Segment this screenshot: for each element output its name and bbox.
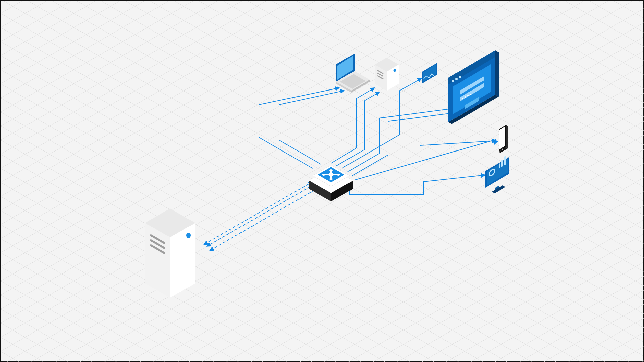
svg-line-206 [204,182,313,245]
svg-line-164 [1,337,644,362]
svg-marker-255 [495,50,499,97]
svg-line-134 [1,1,644,286]
svg-point-252 [467,95,469,96]
server-large-icon [145,208,195,298]
mobile-phone-icon [499,125,508,153]
svg-point-239 [394,69,396,72]
svg-line-47 [1,1,644,126]
edge-hub-server-large [204,182,319,251]
svg-line-114 [1,1,644,5]
edge-hub-phone [355,140,498,180]
svg-line-126 [1,1,644,174]
svg-point-250 [462,98,463,99]
svg-rect-226 [330,170,332,179]
svg-line-152 [1,168,644,362]
svg-line-71 [1,93,644,362]
svg-marker-258 [499,126,505,149]
svg-line-70 [1,78,644,362]
svg-line-123 [1,1,644,131]
svg-point-244 [452,80,454,82]
svg-line-117 [1,1,644,47]
diagram-svg [1,1,644,362]
svg-line-156 [1,225,644,362]
svg-line-145 [1,70,644,362]
server-small-icon [375,58,399,91]
svg-line-148 [1,112,644,362]
svg-line-119 [1,1,644,75]
dashboard-monitor-icon [485,156,509,193]
svg-marker-259 [506,125,508,148]
svg-line-84 [1,276,644,362]
svg-rect-267 [504,156,506,166]
svg-line-131 [1,1,644,244]
svg-rect-265 [499,163,500,169]
svg-line-207 [210,188,319,251]
svg-line-133 [1,1,644,272]
svg-marker-241 [423,64,436,82]
svg-line-73 [1,121,644,362]
diagram-stage [0,0,644,362]
svg-line-153 [1,182,644,362]
svg-line-79 [1,205,644,362]
svg-line-160 [1,281,644,362]
svg-line-86 [1,304,644,362]
svg-point-251 [465,96,466,98]
svg-line-163 [1,323,644,362]
edge-hub-laptop [259,88,344,168]
svg-point-261 [502,148,503,150]
edge-hub-dashboard [350,175,485,194]
svg-line-159 [1,267,644,362]
svg-line-82 [1,247,644,362]
svg-rect-266 [501,159,503,167]
laptop-icon [336,54,370,93]
svg-line-59 [1,1,644,295]
svg-line-118 [1,1,644,61]
svg-line-154 [1,196,644,362]
svg-line-122 [1,1,644,117]
svg-line-157 [1,239,644,362]
svg-line-67 [1,36,644,362]
svg-point-253 [470,94,471,95]
svg-line-143 [1,42,644,362]
svg-line-90 [1,360,644,362]
svg-line-137 [1,1,644,328]
svg-line-41 [1,1,644,42]
edge-hub-chart-card [343,78,422,168]
svg-point-246 [459,76,461,78]
svg-line-149 [1,126,644,362]
edge-hub-server-small [331,88,380,166]
svg-line-144 [1,56,644,362]
svg-line-80 [1,219,644,362]
svg-point-214 [186,233,191,238]
svg-point-245 [455,78,458,80]
svg-line-87 [1,318,644,362]
svg-line-55 [1,1,644,239]
svg-line-125 [1,1,644,160]
svg-line-165 [1,351,644,362]
svg-line-39 [1,1,644,13]
login-window-icon [448,50,499,124]
svg-line-162 [1,309,644,362]
svg-line-49 [1,1,644,154]
svg-line-83 [1,261,644,362]
svg-line-61 [1,1,644,323]
